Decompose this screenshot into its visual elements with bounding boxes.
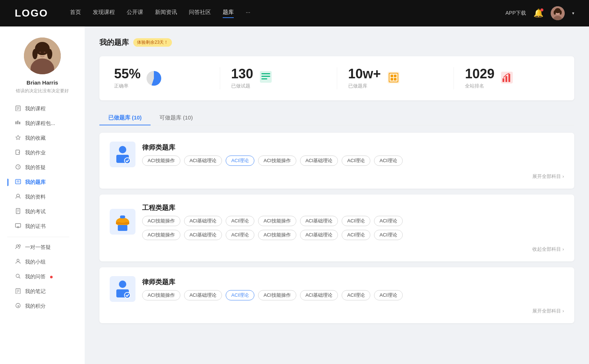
sidebar-menu: 我的课程 我的课程包... 我的收藏 我的作业	[0, 101, 85, 314]
nav-more[interactable]: ···	[246, 9, 250, 18]
bank-extra-tags: ACI技能操作 ACI基础理论 ACI理论 ACI技能操作 ACI基础理论 AC…	[142, 230, 403, 240]
main-content: 我的题库 体验剩余23天！ 55% 正确率 130 已做试题	[85, 26, 589, 364]
bank-tag[interactable]: ACI基础理论	[184, 216, 222, 226]
sidebar-label: 我的作业	[25, 150, 46, 156]
my-points-icon: ★	[15, 303, 21, 310]
avatar-image	[24, 38, 61, 74]
bank-tag[interactable]: ACI理论	[342, 290, 370, 300]
1on1-icon	[15, 244, 21, 251]
bank-expand-button[interactable]: 展开全部科目 ›	[110, 308, 564, 314]
bank-tag[interactable]: ACI技能操作	[142, 230, 180, 240]
sidebar-username: Brian Harris	[27, 79, 58, 86]
site-rank-value-group: 1029 全站排名	[465, 67, 494, 89]
svg-rect-55	[391, 78, 393, 81]
bank-tag[interactable]: ACI基础理论	[300, 216, 338, 226]
bank-tag[interactable]: ACI理论	[374, 290, 403, 300]
svg-rect-67	[120, 215, 125, 218]
bank-tag[interactable]: ACI技能操作	[142, 156, 180, 166]
sidebar-item-my-course[interactable]: 我的课程	[7, 101, 85, 116]
bank-tag[interactable]: ACI技能操作	[258, 290, 296, 300]
svg-rect-19	[17, 121, 18, 124]
my-notes-icon	[15, 288, 21, 295]
nav-qa[interactable]: 问答社区	[189, 9, 211, 18]
bank-tag[interactable]: ACI技能操作	[258, 156, 296, 166]
sidebar-item-my-qa[interactable]: ? 我的答疑	[7, 160, 85, 175]
avatar[interactable]	[551, 6, 565, 20]
nav-news[interactable]: 新闻资讯	[155, 9, 177, 18]
bank-tag[interactable]: ACI理论	[374, 230, 403, 240]
bank-expand-button[interactable]: 展开全部科目 ›	[110, 173, 564, 180]
sidebar-item-1on1[interactable]: 一对一答疑	[7, 240, 85, 255]
sidebar-item-homework[interactable]: 我的作业	[7, 146, 85, 160]
bank-tag[interactable]: ACI基础理论	[300, 156, 338, 166]
svg-rect-54	[394, 75, 396, 77]
sidebar-label: 我的课程包...	[25, 120, 55, 127]
sidebar-label: 我的笔记	[25, 288, 46, 295]
svg-point-5	[560, 10, 562, 15]
done-banks-value: 10w+	[348, 67, 381, 81]
bank-tag[interactable]: ACI理论	[342, 216, 370, 226]
bank-icon-wrap	[110, 142, 135, 167]
sidebar-item-my-points[interactable]: ★ 我的积分	[7, 299, 85, 314]
sidebar-item-my-notes[interactable]: 我的笔记	[7, 284, 85, 299]
bank-tag[interactable]: ACI理论	[226, 216, 254, 226]
svg-rect-18	[15, 121, 17, 124]
bank-tag[interactable]: ACI技能操作	[142, 290, 180, 300]
favorites-icon	[15, 135, 21, 142]
bank-header: 律师类题库 ACI技能操作 ACI基础理论 ACI理论 ACI技能操作 ACI基…	[110, 142, 564, 167]
nav-discover[interactable]: 发现课程	[93, 9, 115, 18]
svg-point-39	[16, 274, 20, 278]
bank-tag-active[interactable]: ACI理论	[226, 156, 254, 166]
sidebar-item-question-bank[interactable]: 我的题库	[7, 175, 85, 190]
stat-accuracy: 55% 正确率	[114, 67, 220, 89]
page-layout: Brian Harris 错误的决定比没有决定要好 我的课程 我的课程包... …	[0, 26, 589, 364]
bank-tag[interactable]: ACI理论	[342, 156, 370, 166]
bank-tag[interactable]: ACI理论	[342, 230, 370, 240]
sidebar-item-my-exam[interactable]: 我的考试	[7, 204, 85, 219]
accuracy-value-group: 55% 正确率	[114, 67, 141, 89]
svg-text:★: ★	[17, 304, 20, 308]
svg-rect-53	[391, 75, 393, 77]
sidebar-item-favorites[interactable]: 我的收藏	[7, 131, 85, 146]
bank-tag[interactable]: ACI基础理论	[184, 156, 222, 166]
svg-rect-50	[261, 78, 267, 79]
bank-icon-wrap	[110, 209, 135, 235]
sidebar-item-course-package[interactable]: 我的课程包...	[7, 116, 85, 131]
bank-tag[interactable]: ACI技能操作	[142, 216, 180, 226]
bank-tags: ACI技能操作 ACI基础理论 ACI理论 ACI技能操作 ACI基础理论 AC…	[142, 216, 403, 226]
notification-bell-icon[interactable]: 🔔	[533, 8, 543, 18]
bank-tag[interactable]: ACI技能操作	[258, 216, 296, 226]
bank-tag[interactable]: ACI理论	[374, 216, 403, 226]
bank-tag[interactable]: ACI基础理论	[184, 230, 222, 240]
app-download-button[interactable]: APP下载	[505, 10, 526, 17]
tab-available-banks[interactable]: 可做题库 (10)	[151, 111, 202, 125]
bank-tag[interactable]: ACI基础理论	[300, 290, 338, 300]
sidebar-item-my-cert[interactable]: 我的证书	[7, 219, 85, 234]
nav-home[interactable]: 首页	[70, 9, 81, 18]
bank-collapse-button[interactable]: 收起全部科目 ›	[110, 246, 564, 253]
my-group-icon	[15, 258, 21, 266]
sidebar-item-my-questions[interactable]: 我的问答	[7, 270, 85, 284]
bank-tag-active[interactable]: ACI理论	[226, 290, 254, 300]
done-questions-value-group: 130 已做试题	[231, 67, 253, 89]
svg-rect-60	[508, 74, 510, 82]
svg-point-69	[119, 281, 126, 288]
tab-done-banks[interactable]: 已做题库 (10)	[99, 111, 151, 125]
sidebar-item-my-data[interactable]: 我的资料	[7, 190, 85, 204]
bank-tag[interactable]: ACI理论	[374, 156, 403, 166]
unread-dot	[50, 276, 53, 278]
nav-open-course[interactable]: 公开课	[127, 9, 143, 18]
avatar-chevron-icon[interactable]: ▾	[572, 11, 574, 16]
sidebar-item-my-group[interactable]: 我的小组	[7, 255, 85, 270]
accuracy-value: 55%	[114, 67, 141, 81]
nav-question-bank[interactable]: 题库	[223, 9, 234, 18]
bank-tag[interactable]: ACI理论	[226, 230, 254, 240]
bank-tag[interactable]: ACI基础理论	[184, 290, 222, 300]
bank-tag[interactable]: ACI技能操作	[258, 230, 296, 240]
stat-done-banks: 10w+ 已做题库	[348, 67, 454, 89]
done-banks-label: 已做题库	[348, 83, 381, 89]
bank-tag[interactable]: ACI基础理论	[300, 230, 338, 240]
navbar: LOGO 首页 发现课程 公开课 新闻资讯 问答社区 题库 ··· APP下载 …	[0, 0, 589, 26]
bank-section-lawyer-2: 律师类题库 ACI技能操作 ACI基础理论 ACI理论 ACI技能操作 ACI基…	[99, 267, 574, 323]
my-course-icon	[15, 105, 21, 113]
